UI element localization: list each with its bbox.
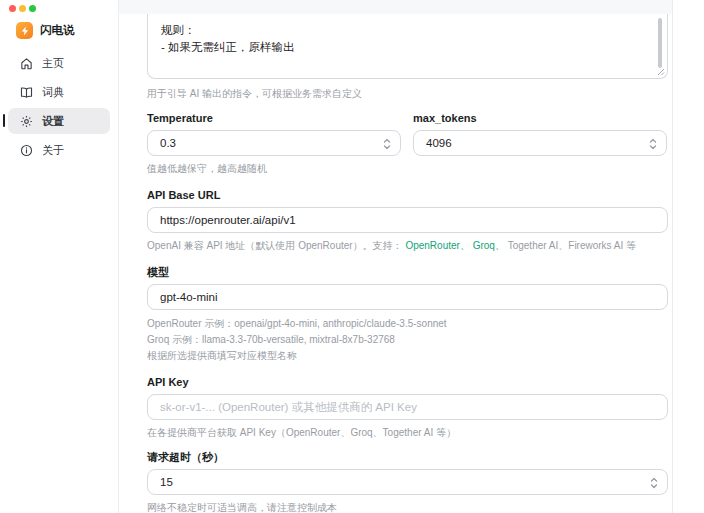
traffic-lights: [9, 5, 36, 12]
helper-text: Together AI、Fireworks AI 等: [505, 240, 636, 251]
resize-handle-icon[interactable]: [657, 68, 665, 76]
model-input[interactable]: [160, 291, 655, 303]
gear-icon: [20, 115, 33, 128]
close-button[interactable]: [9, 5, 16, 12]
system-prompt-textarea[interactable]: 规则： - 如果无需纠正，原样输出: [147, 14, 668, 79]
temperature-label: Temperature: [147, 112, 401, 125]
api-key-input-wrap: [147, 394, 668, 420]
model-helper-groq: Groq 示例：llama-3.3-70b-versatile, mixtral…: [147, 332, 668, 348]
timeout-field-group: 请求超时（秒） 网络不稳定时可适当调高，请注意控制成本: [147, 451, 668, 513]
api-key-field-group: API Key 在各提供商平台获取 API Key（OpenRouter、Gro…: [147, 376, 668, 439]
app-title: 闪电说: [40, 23, 75, 38]
timeout-input-wrap: [147, 469, 668, 495]
timeout-helper: 网络不稳定时可适当调高，请注意控制成本: [147, 501, 668, 513]
sidebar-item-label: 设置: [42, 114, 64, 129]
window-right-edge: [672, 0, 673, 513]
api-key-input[interactable]: [160, 401, 655, 413]
prompt-helper: 用于引导 AI 输出的指令，可根据业务需求自定义: [147, 87, 668, 100]
sidebar-item-home[interactable]: 主页: [8, 50, 110, 76]
minimize-button[interactable]: [19, 5, 26, 12]
stepper-icon[interactable]: [383, 137, 391, 151]
sidebar: 闪电说 主页 词典 设置 关于: [0, 0, 119, 513]
selected-indicator: [3, 114, 5, 127]
provider-link-groq[interactable]: Groq、: [473, 240, 505, 251]
api-base-url-field-group: API Base URL OpenAI 兼容 API 地址（默认使用 OpenR…: [147, 189, 668, 252]
params-row: Temperature max_tokens: [147, 112, 668, 156]
temperature-input-wrap: [147, 130, 401, 156]
app-brand: 闪电说: [16, 22, 75, 39]
model-field-group: 模型 OpenRouter 示例：openai/gpt-4o-mini, ant…: [147, 266, 668, 364]
info-icon: [20, 144, 33, 157]
max-tokens-label: max_tokens: [413, 112, 667, 125]
api-base-url-input[interactable]: [160, 214, 655, 226]
model-label: 模型: [147, 266, 668, 279]
max-tokens-input[interactable]: [426, 137, 654, 149]
sidebar-nav: 主页 词典 设置 关于: [8, 50, 110, 166]
temperature-input[interactable]: [160, 137, 388, 149]
lightning-app-icon: [16, 22, 33, 39]
sidebar-item-label: 主页: [42, 56, 64, 71]
max-tokens-field-group: max_tokens: [413, 112, 667, 156]
api-key-helper: 在各提供商平台获取 API Key（OpenRouter、Groq、Togeth…: [147, 426, 668, 439]
max-tokens-input-wrap: [413, 130, 667, 156]
api-base-url-helper: OpenAI 兼容 API 地址（默认使用 OpenRouter）。支持： Op…: [147, 239, 668, 252]
timeout-label: 请求超时（秒）: [147, 451, 668, 464]
model-helper-note: 根据所选提供商填写对应模型名称: [147, 348, 668, 364]
model-input-wrap: [147, 284, 668, 310]
temperature-field-group: Temperature: [147, 112, 401, 156]
model-helper-openrouter: OpenRouter 示例：openai/gpt-4o-mini, anthro…: [147, 316, 668, 332]
sidebar-item-label: 关于: [42, 143, 64, 158]
home-icon: [20, 57, 33, 70]
stepper-icon[interactable]: [650, 476, 658, 490]
sidebar-item-settings[interactable]: 设置: [8, 108, 110, 134]
prompt-line: - 如果无需纠正，原样输出: [161, 39, 645, 56]
api-key-label: API Key: [147, 376, 668, 389]
sidebar-item-label: 词典: [42, 85, 64, 100]
sidebar-item-about[interactable]: 关于: [8, 137, 110, 163]
provider-link-openrouter[interactable]: OpenRouter、: [405, 240, 469, 251]
prompt-line: 规则：: [161, 22, 645, 39]
titlebar-strip: [119, 0, 672, 14]
textarea-scrollbar[interactable]: [658, 18, 662, 68]
temperature-helper: 值越低越保守，越高越随机: [147, 162, 668, 175]
stepper-icon[interactable]: [649, 137, 657, 151]
zoom-button[interactable]: [29, 5, 36, 12]
timeout-input[interactable]: [160, 476, 655, 488]
helper-text: OpenAI 兼容 API 地址（默认使用 OpenRouter）。支持：: [147, 240, 405, 251]
book-icon: [20, 86, 33, 99]
settings-form: 规则： - 如果无需纠正，原样输出 用于引导 AI 输出的指令，可根据业务需求自…: [147, 14, 668, 513]
api-base-url-input-wrap: [147, 207, 668, 233]
sidebar-item-dictionary[interactable]: 词典: [8, 79, 110, 105]
api-base-url-label: API Base URL: [147, 189, 668, 202]
